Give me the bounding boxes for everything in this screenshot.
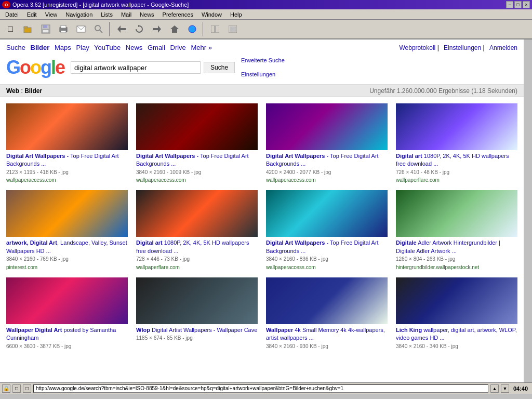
results-count: Ungefähr 1.260.000.000 Ergebnisse (1.18 …	[369, 87, 517, 95]
nav-gmail[interactable]: Gmail	[148, 44, 165, 51]
layout-btn1[interactable]	[207, 21, 223, 37]
nav-drive[interactable]: Drive	[170, 44, 186, 51]
image-item-4[interactable]: artwork, Digital Art, Landscape, Valley,…	[2, 188, 132, 275]
svg-rect-20	[230, 26, 236, 32]
image-source-0[interactable]: wallpaperaccess.com	[6, 177, 56, 183]
open-button[interactable]	[20, 21, 36, 37]
image-source-4[interactable]: pinterest.com	[6, 264, 37, 270]
image-title-4[interactable]: artwork, Digital Art, Landscape, Valley,…	[6, 240, 127, 254]
nav-play[interactable]: Play	[76, 44, 89, 51]
image-title-6[interactable]: Digital Art Wallpapers - Top Free Digita…	[266, 240, 379, 254]
status-icon3: □	[23, 384, 31, 393]
save-button[interactable]	[37, 21, 54, 37]
image-title-8[interactable]: Wallpaper Digital Art posted by Samantha…	[6, 327, 116, 341]
nav-einstellungen[interactable]: Einstellungen	[444, 44, 481, 51]
image-item-5[interactable]: Digital art 1080P, 2K, 4K, 5K HD wallpap…	[132, 188, 262, 275]
menu-edit[interactable]: Edit	[23, 9, 41, 19]
layout-btn2[interactable]	[224, 21, 241, 37]
new-page-button[interactable]: □	[2, 21, 19, 37]
image-item-1[interactable]: Digital Art Wallpapers - Top Free Digita…	[132, 101, 262, 189]
nav-webprotokoll[interactable]: Webprotokoll	[399, 44, 435, 51]
reload-button[interactable]	[131, 21, 148, 37]
nav-maps[interactable]: Maps	[55, 44, 71, 51]
menu-mail[interactable]: Mail	[117, 9, 136, 19]
einstellungen-link[interactable]: Einstellungen	[241, 71, 285, 78]
menu-lists[interactable]: Lists	[97, 9, 117, 19]
image-thumb-11	[396, 277, 517, 324]
image-dims-2: 4200 × 2400 - 2077 KB - jpg	[266, 169, 331, 175]
search-button[interactable]	[90, 21, 107, 37]
image-source-6[interactable]: wallpaperaccess.com	[266, 264, 316, 270]
image-item-8[interactable]: Wallpaper Digital Art posted by Samantha…	[2, 275, 132, 354]
google-right-nav: Webprotokoll | Einstellungen | Anmelden	[396, 44, 517, 51]
svg-rect-18	[216, 25, 219, 33]
toolbar: □ 🌐	[0, 20, 532, 39]
image-item-11[interactable]: Lich King wallpaper, digital art, artwor…	[392, 275, 522, 354]
back-button[interactable]	[113, 21, 130, 37]
image-desc-8: Wallpaper Digital Art posted by Samantha…	[6, 326, 128, 350]
search-button[interactable]: Suche	[204, 62, 235, 73]
image-desc-9: Wlop Digital Artist Wallpapers - Wallpap…	[136, 326, 258, 342]
image-source-2[interactable]: wallpaperaccess.com	[266, 177, 316, 183]
image-title-3[interactable]: Digital art 1080P, 2K, 4K, 5K HD wallpap…	[396, 153, 509, 167]
image-source-3[interactable]: wallpaperflare.com	[396, 177, 440, 183]
image-title-7[interactable]: Digitale Adler Artwork Hintergrundbilder…	[396, 240, 500, 254]
google-header: Suche Bilder Maps Play YouTube News Gmai…	[0, 39, 524, 85]
image-dims-4: 3840 × 2160 - 769 KB - jpg	[6, 256, 69, 262]
image-title-9[interactable]: Wlop Digital Artist Wallpapers - Wallpap…	[136, 327, 257, 333]
scroll-down-btn[interactable]: ▼	[501, 384, 509, 393]
home-button[interactable]	[166, 21, 183, 37]
print-button[interactable]	[55, 21, 72, 37]
image-source-1[interactable]: wallpaperaccess.com	[136, 177, 186, 183]
menu-file[interactable]: Datei	[1, 9, 23, 19]
image-item-3[interactable]: Digital art 1080P, 2K, 4K, 5K HD wallpap…	[392, 101, 522, 189]
image-title-5[interactable]: Digital art 1080P, 2K, 4K, 5K HD wallpap…	[136, 240, 249, 254]
image-title-1[interactable]: Digital Art Wallpapers - Top Free Digita…	[136, 153, 249, 167]
nav-suche[interactable]: Suche	[6, 44, 25, 51]
image-item-0[interactable]: Digital Art Wallpapers - Top Free Digita…	[2, 101, 132, 189]
image-title-10[interactable]: Wallpaper 4k Small Memory 4k 4k-wallpape…	[266, 327, 385, 341]
menu-view[interactable]: View	[41, 9, 62, 19]
image-title-2[interactable]: Digital Art Wallpapers - Top Free Digita…	[266, 153, 379, 167]
image-desc-7: Digitale Adler Artwork Hintergrundbilder…	[396, 239, 517, 271]
image-dims-9: 1185 × 674 - 85 KB - jpg	[136, 335, 193, 341]
menu-preferences[interactable]: Preferences	[158, 9, 197, 19]
mail-button[interactable]	[73, 21, 89, 37]
menu-window[interactable]: Window	[197, 9, 226, 19]
image-item-9[interactable]: Wlop Digital Artist Wallpapers - Wallpap…	[132, 275, 262, 354]
image-title-11[interactable]: Lich King wallpaper, digital art, artwor…	[396, 327, 517, 341]
erweiterte-suche-link[interactable]: Erweiterte Suche	[241, 57, 285, 64]
close-button[interactable]: ×	[523, 1, 530, 8]
toolbar-separator-2	[203, 22, 205, 36]
image-item-10[interactable]: Wallpaper 4k Small Memory 4k 4k-wallpape…	[262, 275, 392, 354]
image-item-6[interactable]: Digital Art Wallpapers - Top Free Digita…	[262, 188, 392, 275]
forward-button[interactable]	[149, 21, 165, 37]
image-dims-7: 1260 × 804 - 263 KB - jpg	[396, 256, 455, 262]
image-grid: Digital Art Wallpapers - Top Free Digita…	[0, 97, 524, 358]
nav-bilder[interactable]: Bilder	[31, 44, 50, 51]
nav-youtube[interactable]: YouTube	[94, 44, 121, 51]
nav-mehr[interactable]: Mehr »	[191, 44, 211, 51]
image-source-7[interactable]: hintergrundbilder.wallpaperstock.net	[396, 264, 479, 270]
image-desc-4: artwork, Digital Art, Landscape, Valley,…	[6, 239, 128, 271]
image-thumb-5	[136, 190, 258, 237]
erweiterte-links: Erweiterte Suche Einstellungen	[241, 57, 285, 79]
minimize-button[interactable]: −	[506, 1, 513, 8]
scroll-up-btn[interactable]: ▲	[490, 384, 499, 393]
svg-rect-17	[211, 25, 215, 33]
image-title-0[interactable]: Digital Art Wallpapers - Top Free Digita…	[6, 153, 119, 167]
results-bar: Web : Bilder Ungefähr 1.260.000.000 Erge…	[0, 85, 524, 97]
opera-logo: O	[2, 1, 10, 8]
image-dims-5: 728 × 446 - 73 KB - jpg	[136, 256, 190, 262]
nav-news[interactable]: News	[126, 44, 143, 51]
menu-help[interactable]: Help	[226, 9, 246, 19]
nav-anmelden[interactable]: Anmelden	[489, 44, 517, 51]
image-item-2[interactable]: Digital Art Wallpapers - Top Free Digita…	[262, 101, 392, 189]
image-item-7[interactable]: Digitale Adler Artwork Hintergrundbilder…	[392, 188, 522, 275]
menu-news[interactable]: News	[136, 9, 158, 19]
search-input[interactable]	[71, 61, 201, 74]
maximize-button[interactable]: □	[514, 1, 522, 8]
stop-button[interactable]: 🌐	[184, 21, 201, 37]
menu-navigation[interactable]: Navigation	[61, 9, 97, 19]
image-source-5[interactable]: wallpaperflare.com	[136, 264, 180, 270]
